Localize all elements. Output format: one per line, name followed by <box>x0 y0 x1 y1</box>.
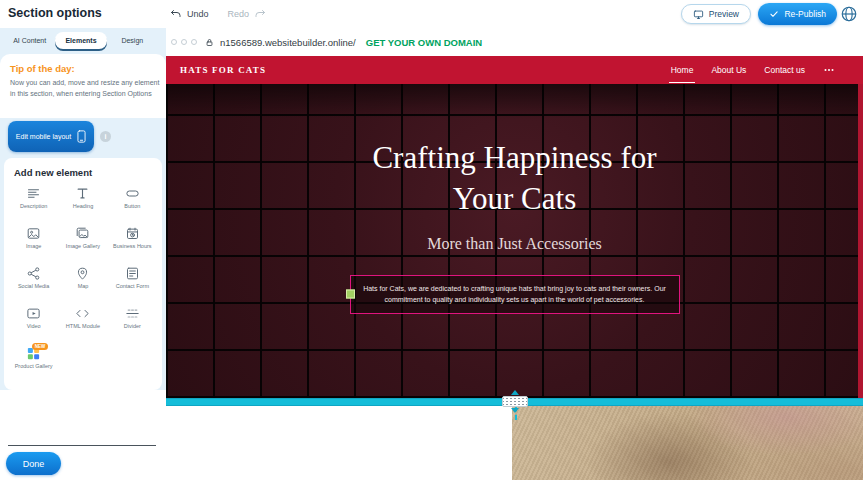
element-item-label: HTML Module <box>59 323 106 330</box>
nav-contact-us[interactable]: Contact us <box>764 65 805 75</box>
site-logo[interactable]: HATS FOR CATS <box>180 65 266 75</box>
resize-down-arrow-icon <box>511 408 519 413</box>
tip-body: Now you can add, move and resize any ele… <box>10 78 160 99</box>
site-header: HATS FOR CATS Home About Us Contact us <box>166 56 863 84</box>
mobile-phone-icon <box>77 130 86 143</box>
social-media-icon <box>26 266 41 281</box>
element-grid: Description Heading Button Image Image G… <box>10 186 156 380</box>
element-item-heading[interactable]: Heading <box>59 186 106 220</box>
undo-redo-group: Undo Redo <box>170 0 266 28</box>
hero-heading-line1: Crafting Happiness for <box>166 138 863 179</box>
get-your-own-domain-link[interactable]: GET YOUR OWN DOMAIN <box>366 37 482 48</box>
element-item-html-module[interactable]: HTML Module <box>59 306 106 340</box>
divider-icon <box>125 306 140 321</box>
done-button[interactable]: Done <box>6 452 61 475</box>
hero-text-box[interactable]: Hats for Cats, we are dedicated to craft… <box>350 275 680 314</box>
business-hours-icon <box>125 226 140 241</box>
element-item-label: Heading <box>59 203 106 210</box>
topbar: Section options Undo Redo Preview Re-Pub… <box>0 0 863 28</box>
video-icon <box>26 306 41 321</box>
monitor-icon <box>693 9 704 20</box>
site-preview: n1566589.websitebuilder.online/ GET YOUR… <box>166 28 863 480</box>
undo-icon[interactable] <box>170 8 182 20</box>
description-icon <box>26 186 41 201</box>
site-scrollbar[interactable] <box>858 56 863 406</box>
hero-heading-line2: Your Cats <box>166 179 863 220</box>
element-item-label: Product Gallery <box>10 363 57 370</box>
element-item-image-gallery[interactable]: Image Gallery <box>59 226 106 260</box>
carpet-photo <box>512 406 863 480</box>
add-new-element-panel: Add new element Description Heading Butt… <box>4 158 162 390</box>
element-item-product-gallery[interactable]: NEW Product Gallery <box>10 346 57 380</box>
image-gallery-icon <box>75 226 90 241</box>
site-url: n1566589.websitebuilder.online/ <box>220 37 356 48</box>
element-item-social-media[interactable]: Social Media <box>10 266 57 300</box>
window-dot-icon <box>181 39 187 45</box>
republish-button-label: Re-Publish <box>784 9 826 19</box>
check-icon <box>769 9 779 19</box>
info-icon[interactable]: i <box>100 131 111 142</box>
element-item-label: Description <box>10 203 57 210</box>
add-new-element-title: Add new element <box>10 167 156 178</box>
element-item-image[interactable]: Image <box>10 226 57 260</box>
element-item-label: Map <box>59 283 106 290</box>
section-resize-handle[interactable] <box>502 390 528 413</box>
app-window: Section options Undo Redo Preview Re-Pub… <box>0 0 863 480</box>
element-item-label: Image <box>10 243 57 250</box>
tip-of-the-day: Tip of the day: Now you can add, move an… <box>0 54 166 118</box>
window-dot-icon <box>191 39 197 45</box>
element-item-button[interactable]: Button <box>109 186 156 220</box>
sidebar: AI Content Elements Design Tip of the da… <box>0 28 166 480</box>
tab-ai-content[interactable]: AI Content <box>4 32 55 49</box>
hero-section: Crafting Happiness for Your Cats More th… <box>166 84 863 398</box>
element-resize-handle[interactable] <box>346 290 355 299</box>
sidebar-tabs: AI Content Elements Design <box>4 32 158 49</box>
contact-form-icon <box>125 266 140 281</box>
element-item-description[interactable]: Description <box>10 186 57 220</box>
edit-mobile-layout-button[interactable]: Edit mobile layout <box>8 121 94 152</box>
element-item-video[interactable]: Video <box>10 306 57 340</box>
redo-button[interactable]: Redo <box>228 9 250 19</box>
tab-design[interactable]: Design <box>107 32 158 49</box>
element-item-business-hours[interactable]: Business Hours <box>109 226 156 260</box>
heading-icon <box>75 186 90 201</box>
site-nav: Home About Us Contact us <box>671 64 835 76</box>
element-item-label: Divider <box>109 323 156 330</box>
hero-paragraph: Hats for Cats, we are dedicated to craft… <box>363 285 666 304</box>
lock-icon <box>205 38 214 47</box>
redo-icon[interactable] <box>254 8 266 20</box>
html-module-icon <box>75 306 90 321</box>
sidebar-divider <box>8 445 156 446</box>
window-dot-icon <box>171 39 177 45</box>
element-item-label: Image Gallery <box>59 243 106 250</box>
preview-button[interactable]: Preview <box>681 4 751 24</box>
browser-bar: n1566589.websitebuilder.online/ GET YOUR… <box>166 28 863 56</box>
hero-subheading[interactable]: More than Just Accessories <box>166 235 863 253</box>
element-item-label: Button <box>109 203 156 210</box>
resize-grip-icon <box>502 396 528 407</box>
new-badge: NEW <box>32 343 49 350</box>
edit-mobile-layout-label: Edit mobile layout <box>16 133 71 140</box>
map-icon <box>75 266 90 281</box>
page-title: Section options <box>8 6 102 20</box>
undo-button[interactable]: Undo <box>187 9 209 19</box>
nav-about-us[interactable]: About Us <box>711 65 746 75</box>
element-item-contact-form[interactable]: Contact Form <box>109 266 156 300</box>
button-icon <box>125 186 140 201</box>
preview-button-label: Preview <box>709 9 739 19</box>
hero-heading[interactable]: Crafting Happiness for Your Cats <box>166 138 863 220</box>
republish-button[interactable]: Re-Publish <box>758 3 837 25</box>
website-canvas: HATS FOR CATS Home About Us Contact us C… <box>166 56 863 480</box>
tip-title: Tip of the day: <box>10 63 156 74</box>
element-item-label: Contact Form <box>109 283 156 290</box>
globe-icon[interactable] <box>840 5 858 23</box>
tab-elements[interactable]: Elements <box>55 32 106 49</box>
resize-up-arrow-icon <box>511 390 519 395</box>
element-item-label: Business Hours <box>109 243 156 250</box>
nav-more-icon[interactable] <box>823 64 835 76</box>
element-item-divider[interactable]: Divider <box>109 306 156 340</box>
element-item-label: Social Media <box>10 283 57 290</box>
element-item-map[interactable]: Map <box>59 266 106 300</box>
sidebar-footer: Done <box>0 390 166 480</box>
nav-home[interactable]: Home <box>671 65 694 75</box>
